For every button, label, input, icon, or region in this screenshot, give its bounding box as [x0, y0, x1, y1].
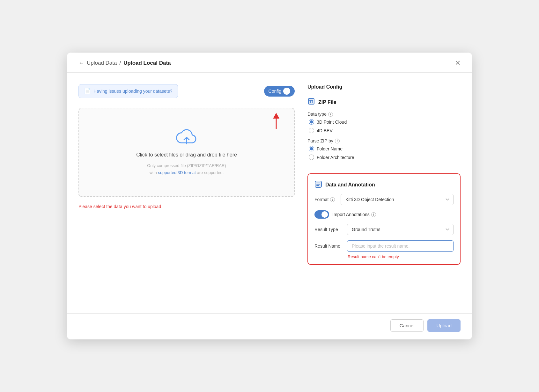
modal-header: ← Upload Data / Upload Local Data ✕: [67, 53, 472, 73]
red-arrow-icon: [270, 113, 283, 130]
import-annotations-info-icon[interactable]: i: [371, 212, 376, 217]
radio-folder-name[interactable]: Folder Name: [309, 146, 461, 151]
red-arrow-container: [270, 113, 283, 132]
result-name-input[interactable]: [347, 240, 454, 252]
back-arrow-icon[interactable]: ←: [78, 60, 84, 67]
zip-section: ZIP File Data type i 3D Point Cloud 4D B…: [307, 98, 461, 165]
doc-icon: 📄: [84, 88, 91, 95]
svg-rect-3: [308, 98, 314, 104]
upload-dropzone[interactable]: Click to select files or drag and drop f…: [78, 108, 295, 197]
config-toggle-circle: [283, 88, 290, 95]
config-toggle-button[interactable]: Config: [264, 86, 295, 97]
import-annotations-row: Import Annotations i: [314, 210, 454, 219]
radio-3d-label: 3D Point Cloud: [317, 120, 347, 125]
radio-folder-name-input[interactable]: [309, 146, 314, 151]
annotation-section-header: Data and Annotation: [314, 180, 454, 189]
result-type-dropdown[interactable]: Ground Truths Predictions: [347, 224, 454, 235]
zip-section-header: ZIP File: [307, 98, 461, 107]
result-type-row: Result Type Ground Truths Predictions: [314, 224, 454, 235]
close-button[interactable]: ✕: [455, 60, 461, 67]
upload-sub-text: Only compressed file (ZIP/GZIP/TAR/RAR) …: [147, 162, 226, 176]
result-type-label: Result Type: [314, 227, 343, 232]
help-banner[interactable]: 📄 Having issues uploading your datasets?: [78, 84, 178, 98]
modal-title: ← Upload Data / Upload Local Data: [78, 60, 171, 67]
result-name-row: Result Name: [314, 240, 454, 252]
radio-3d-point-cloud-input[interactable]: [309, 119, 314, 125]
annotation-icon: [314, 180, 322, 189]
upload-button[interactable]: Upload: [427, 319, 461, 332]
zip-icon: [307, 98, 315, 107]
radio-folder-arch-input[interactable]: [309, 155, 314, 160]
breadcrumb-current: Upload Local Data: [123, 60, 171, 66]
parse-zip-label: Parse ZIP by i: [307, 138, 461, 143]
result-name-error: Result name can't be empty: [348, 254, 454, 259]
parse-zip-radio-group: Folder Name Folder Architecture: [309, 146, 461, 160]
radio-4d-bev[interactable]: 4D BEV: [309, 128, 461, 133]
radio-4d-bev-input[interactable]: [309, 128, 314, 133]
format-dropdown[interactable]: Kitti 3D Object Detection COCO Pascal VO…: [341, 194, 454, 205]
annotation-section: Data and Annotation Format i Kitti 3D Ob…: [307, 173, 461, 265]
cloud-upload-icon: [175, 128, 198, 148]
config-label: Config: [269, 89, 281, 94]
modal-container: ← Upload Data / Upload Local Data ✕ 📄 Ha…: [67, 53, 472, 339]
upload-config-title: Upload Config: [307, 84, 461, 90]
data-type-label: Data type i: [307, 112, 461, 117]
toggle-slider: [314, 210, 329, 219]
radio-4d-label: 4D BEV: [317, 128, 333, 133]
zip-title: ZIP File: [318, 99, 336, 105]
breadcrumb-separator: /: [120, 60, 121, 66]
breadcrumb-prefix: Upload Data: [87, 60, 117, 66]
radio-3d-point-cloud[interactable]: 3D Point Cloud: [309, 119, 461, 125]
format-row: Format i Kitti 3D Object Detection COCO …: [314, 194, 454, 205]
radio-folder-name-label: Folder Name: [317, 146, 343, 151]
modal-body: 📄 Having issues uploading your datasets?…: [67, 73, 472, 313]
right-panel: Upload Config ZIP File: [307, 84, 461, 307]
svg-rect-8: [309, 102, 313, 102]
supported-format-link[interactable]: supported 3D format: [158, 170, 196, 175]
data-type-info-icon[interactable]: i: [328, 112, 333, 117]
import-annotations-toggle[interactable]: [314, 210, 329, 219]
modal-footer: Cancel Upload: [67, 313, 472, 339]
annotation-title: Data and Annotation: [325, 182, 375, 188]
format-info-icon[interactable]: i: [330, 197, 335, 202]
upload-main-text: Click to select files or drag and drop f…: [136, 152, 237, 158]
import-annotations-label: Import Annotations i: [332, 212, 376, 217]
radio-folder-arch-label: Folder Architecture: [317, 155, 354, 160]
svg-marker-1: [273, 113, 279, 119]
cancel-button[interactable]: Cancel: [390, 319, 424, 332]
data-type-radio-group: 3D Point Cloud 4D BEV: [309, 119, 461, 133]
upload-error-text: Please select the data you want to uploa…: [78, 204, 295, 209]
result-name-label: Result Name: [314, 243, 343, 249]
help-text: Having issues uploading your datasets?: [93, 89, 173, 94]
radio-folder-architecture[interactable]: Folder Architecture: [309, 155, 461, 160]
svg-rect-7: [309, 100, 313, 101]
parse-zip-info-icon[interactable]: i: [335, 139, 340, 143]
format-label: Format i: [314, 197, 337, 202]
left-panel: 📄 Having issues uploading your datasets?…: [78, 84, 295, 307]
